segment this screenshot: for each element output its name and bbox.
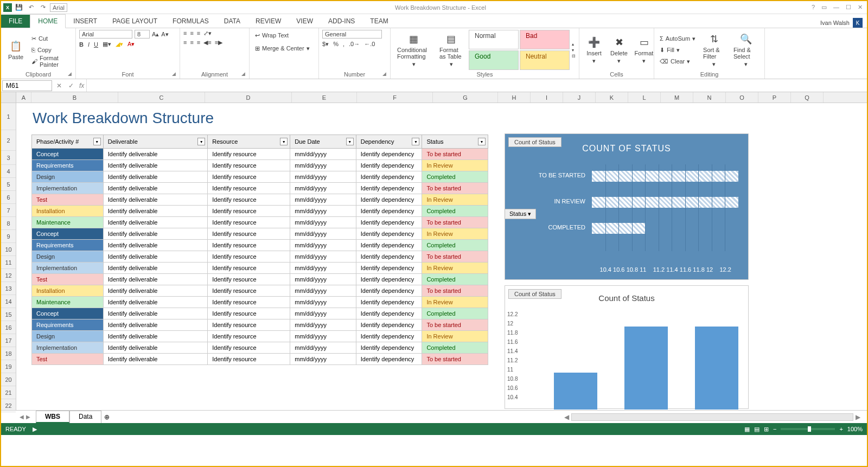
row-19[interactable]: 19 — [1, 360, 16, 373]
inc-decimal-icon[interactable]: .0→ — [349, 41, 360, 48]
style-down-icon[interactable]: ▾ — [572, 48, 576, 53]
align-right-icon[interactable]: ≡ — [197, 39, 200, 46]
currency-icon[interactable]: $▾ — [322, 41, 329, 48]
close-icon[interactable]: ✕ — [858, 4, 863, 11]
align-center-icon[interactable]: ≡ — [190, 39, 193, 46]
ribbon-tab-page-layout[interactable]: PAGE LAYOUT — [105, 15, 165, 28]
zoom-level[interactable]: 100% — [847, 426, 863, 432]
table-row[interactable]: MaintenanceIdentify deliverableIdentify … — [32, 297, 488, 308]
ribbon-tab-formulas[interactable]: FORMULAS — [165, 15, 216, 28]
col-A[interactable]: A — [16, 92, 31, 103]
grow-font-icon[interactable]: A▴ — [152, 31, 159, 38]
row-14[interactable]: 14 — [1, 295, 16, 308]
add-sheet-button[interactable]: ⊕ — [101, 413, 112, 421]
table-row[interactable]: TestIdentify deliverableIdentify resourc… — [32, 354, 488, 365]
row-16[interactable]: 16 — [1, 321, 16, 334]
table-row[interactable]: MaintenanceIdentify deliverableIdentify … — [32, 217, 488, 228]
filter-dropdown-icon[interactable]: ▼ — [93, 138, 101, 145]
filter-dropdown-icon[interactable]: ▼ — [346, 138, 354, 145]
col-C[interactable]: C — [118, 92, 205, 103]
table-row[interactable]: RequirementsIdentify deliverableIdentify… — [32, 319, 488, 331]
align-left-icon[interactable]: ≡ — [183, 39, 187, 46]
minimize-icon[interactable]: — — [833, 4, 839, 11]
save-icon[interactable]: 💾 — [14, 3, 24, 12]
row-22[interactable]: 22 — [1, 399, 16, 412]
row-13[interactable]: 13 — [1, 282, 16, 295]
table-row[interactable]: TestIdentify deliverableIdentify resourc… — [32, 194, 488, 206]
zoom-slider[interactable] — [781, 428, 835, 430]
font-name-input[interactable]: Arial — [79, 30, 132, 39]
sort-filter-button[interactable]: ⇅Sort & Filter▾ — [700, 30, 728, 70]
launcher-icon[interactable]: ◢ — [68, 71, 74, 78]
indent-inc-icon[interactable]: ≡▶ — [215, 39, 222, 46]
orientation-icon[interactable]: ⤢▾ — [203, 30, 212, 37]
help-icon[interactable]: ? — [812, 4, 815, 11]
style-neutral[interactable]: Neutral — [520, 50, 570, 70]
row-20[interactable]: 20 — [1, 373, 16, 386]
delete-cells-button[interactable]: ✖Delete▾ — [608, 30, 630, 70]
avatar[interactable]: K — [853, 18, 863, 28]
row-7[interactable]: 7 — [1, 204, 16, 217]
shrink-font-icon[interactable]: A▾ — [161, 31, 168, 38]
cut-button[interactable]: ✂Cut — [29, 33, 72, 44]
border-icon[interactable]: ▦▾ — [103, 41, 111, 48]
zoom-in-icon[interactable]: + — [839, 426, 843, 432]
underline-button[interactable]: U — [94, 41, 98, 48]
tab-prev-icon[interactable]: ◀ — [20, 414, 24, 420]
tab-next-icon[interactable]: ▶ — [26, 414, 30, 420]
table-row[interactable]: TestIdentify deliverableIdentify resourc… — [32, 274, 488, 285]
style-more-icon[interactable]: ⊟ — [572, 54, 576, 59]
select-all-corner[interactable] — [1, 92, 16, 103]
th-status[interactable]: Status▼ — [422, 135, 488, 149]
font-color-icon[interactable]: A▾ — [127, 41, 135, 48]
chart-count-status-white[interactable]: Count of Status Count of Status 12.21211… — [505, 285, 749, 409]
row-15[interactable]: 15 — [1, 308, 16, 321]
col-L[interactable]: L — [628, 92, 661, 103]
row-21[interactable]: 21 — [1, 386, 16, 399]
redo-icon[interactable]: ↷ — [38, 3, 48, 12]
col-G[interactable]: G — [433, 92, 498, 103]
table-row[interactable]: DesignIdentify deliverableIdentify resou… — [32, 331, 488, 342]
format-as-table-button[interactable]: ▤Format as Table▾ — [436, 30, 467, 70]
table-row[interactable]: DesignIdentify deliverableIdentify resou… — [32, 171, 488, 183]
table-row[interactable]: ConceptIdentify deliverableIdentify reso… — [32, 308, 488, 319]
sheet-tab-wbs[interactable]: WBS — [36, 411, 69, 423]
fill-color-icon[interactable]: ◢▾ — [116, 41, 123, 48]
page-break-view-icon[interactable]: ⊞ — [764, 426, 769, 433]
status-slicer[interactable]: Status ▾ — [505, 209, 536, 219]
find-select-button[interactable]: 🔍Find & Select▾ — [730, 30, 761, 70]
align-middle-icon[interactable]: ≡ — [190, 30, 193, 37]
ribbon-tab-team[interactable]: TEAM — [362, 15, 395, 28]
table-row[interactable]: ConceptIdentify deliverableIdentify reso… — [32, 228, 488, 240]
col-J[interactable]: J — [563, 92, 596, 103]
name-box[interactable]: M61 — [2, 80, 52, 91]
fx-icon[interactable]: fx — [77, 82, 86, 89]
row-8[interactable]: 8 — [1, 217, 16, 230]
font-size-input[interactable]: 8 — [135, 30, 150, 39]
style-normal[interactable]: Normal — [469, 30, 519, 49]
th-due-date[interactable]: Due Date▼ — [290, 135, 356, 149]
launcher-icon[interactable]: ◢ — [241, 71, 248, 78]
ribbon-tab-review[interactable]: REVIEW — [248, 15, 289, 28]
indent-dec-icon[interactable]: ◀≡ — [203, 39, 211, 46]
ribbon-display-icon[interactable]: ▭ — [821, 4, 827, 11]
style-up-icon[interactable]: ▴ — [572, 42, 576, 47]
hscroll-right-icon[interactable]: ▶ — [856, 413, 860, 421]
ribbon-tab-data[interactable]: DATA — [216, 15, 248, 28]
conditional-formatting-button[interactable]: ▦Conditional Formatting▾ — [394, 30, 434, 70]
hscroll-left-icon[interactable]: ◀ — [564, 413, 569, 421]
zoom-out-icon[interactable]: − — [773, 426, 776, 432]
row-4[interactable]: 4 — [1, 165, 16, 178]
comma-icon[interactable]: , — [343, 41, 344, 48]
autosum-button[interactable]: ΣAutoSum ▾ — [658, 33, 698, 44]
table-row[interactable]: RequirementsIdentify deliverableIdentify… — [32, 240, 488, 251]
launcher-icon[interactable]: ◢ — [382, 71, 389, 78]
enter-formula-icon[interactable]: ✓ — [65, 82, 77, 89]
formula-input[interactable] — [86, 79, 867, 92]
copy-button[interactable]: ⎘Copy — [29, 44, 72, 55]
col-Q[interactable]: Q — [791, 92, 824, 103]
bold-button[interactable]: B — [79, 41, 84, 48]
format-painter-button[interactable]: 🖌Format Painter — [29, 56, 72, 67]
horizontal-scrollbar[interactable] — [571, 413, 853, 421]
ribbon-tab-view[interactable]: VIEW — [289, 15, 321, 28]
